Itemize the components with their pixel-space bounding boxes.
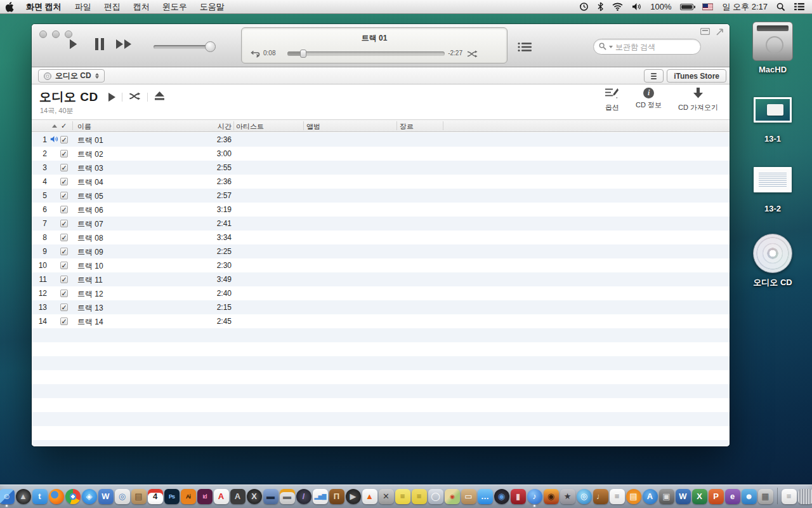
dock-app-screen-sharing[interactable]: ▣ [659,489,674,504]
column-artist[interactable]: 아티스트 [236,122,264,131]
dock-app-acrobat-pro[interactable]: A [230,489,246,504]
desktop-icon-machd[interactable]: MacHD [738,22,808,74]
dock-app-vlc[interactable]: ▲ [362,489,377,504]
dock-app-documents[interactable]: ≡ [782,489,797,504]
media-source-selector[interactable]: 오디오 CD [38,69,105,83]
track-checkbox[interactable]: ✓ [60,150,68,157]
zoom-button[interactable] [65,30,72,38]
cd-import-button[interactable]: CD 가져오기 [678,88,718,112]
up-next-list-icon[interactable] [518,42,532,55]
bluetooth-icon[interactable] [598,2,603,11]
track-checkbox[interactable]: ✓ [60,178,68,185]
dock-app-itunes[interactable]: ♪ [527,489,542,504]
dock-app-maps[interactable]: ◉ [445,489,460,504]
pause-button[interactable] [95,38,105,50]
dock-app-quicktime[interactable]: ▶ [346,489,361,504]
table-row-track-1[interactable]: 1✓트랙 012:36 [32,133,730,147]
volume-slider[interactable] [154,45,214,49]
dock-app-entourage[interactable]: e [725,489,740,504]
play-album-button[interactable] [108,93,115,102]
dock-app-app-store[interactable]: A [643,489,658,504]
column-checkbox-header[interactable]: ✓ [61,122,67,130]
spotlight-icon[interactable] [776,3,785,11]
search-scope-caret[interactable] [609,46,613,48]
dock-app-messages[interactable]: … [478,489,493,504]
dock-app-powerpoint[interactable]: P [709,489,724,504]
shuffle-album-icon[interactable] [129,91,141,103]
dock-app-xquartz[interactable]: X [247,489,262,504]
dock-app-photoshop[interactable]: Ps [164,489,180,504]
track-checkbox[interactable]: ✓ [60,318,68,325]
dock-app-word[interactable]: W [676,489,691,504]
table-row-track-8[interactable]: 8✓트랙 083:34 [32,231,730,244]
search-input[interactable] [615,43,691,51]
desktop-icon-audio-cd[interactable]: 오디오 CD [738,234,808,288]
table-row-track-9[interactable]: 9✓트랙 092:25 [32,244,730,258]
view-options-button[interactable] [644,69,664,83]
fullscreen-icon[interactable] [716,28,724,36]
table-row-track-7[interactable]: 7✓트랙 072:41 [32,217,730,231]
track-checkbox[interactable]: ✓ [60,304,68,311]
desktop-icon-13-2[interactable]: 13-2 [738,167,808,213]
dock-app-ink-app[interactable]: / [296,489,311,504]
shuffle-icon[interactable] [467,49,478,60]
menu-item-1[interactable]: 파일 [69,0,98,14]
table-row-track-13[interactable]: 13✓트랙 132:15 [32,300,730,314]
track-checkbox[interactable]: ✓ [60,248,68,255]
dock-app-indesign[interactable]: Id [197,489,213,504]
input-language-flag-icon[interactable] [702,3,713,10]
dock-app-notes[interactable]: ≡ [412,489,427,504]
progress-knob[interactable] [300,50,306,58]
track-checkbox[interactable]: ✓ [60,164,68,171]
dock-app-twitter[interactable]: t [32,489,48,504]
track-checkbox[interactable]: ✓ [60,234,68,241]
table-row-track-3[interactable]: 3✓트랙 032:55 [32,161,730,175]
column-name[interactable]: 이름 [77,122,91,131]
dock-app-acrobat[interactable]: A [214,489,229,504]
sort-order-icon[interactable] [52,124,57,128]
battery-percent[interactable]: 100% [650,2,671,11]
track-checkbox[interactable]: ✓ [60,276,68,283]
track-checkbox[interactable]: ✓ [60,220,68,227]
table-row-track-4[interactable]: 4✓트랙 042:36 [32,175,730,189]
menu-item-5[interactable]: 도움말 [193,0,231,14]
desktop-icon-13-1[interactable]: 13-1 [738,97,808,144]
repeat-icon[interactable] [250,49,260,60]
dock-app-illustrator[interactable]: Ai [181,489,196,504]
dock-app-iphoto[interactable]: ◉ [544,489,559,504]
table-row-track-11[interactable]: 11✓트랙 113:49 [32,272,730,286]
dock-app-firefox[interactable] [49,489,64,504]
table-row-track-2[interactable]: 2✓트랙 023:00 [32,147,730,161]
close-button[interactable] [39,30,47,38]
itunes-store-button[interactable]: iTunes Store [667,69,726,83]
dock-app-numbers[interactable]: ▂▅▇ [313,489,328,504]
wifi-icon[interactable] [612,3,623,11]
dock-app-safari[interactable]: ◈ [82,489,97,504]
dock-app-wunderlist[interactable]: W [98,489,114,504]
track-checkbox[interactable]: ✓ [60,262,68,269]
dock-app-textedit[interactable]: ≡ [610,489,625,504]
table-row-track-6[interactable]: 6✓트랙 063:19 [32,203,730,217]
progress-bar[interactable] [287,51,445,56]
track-checkbox[interactable]: ✓ [60,136,68,144]
column-album[interactable]: 앨범 [306,122,320,131]
dock-app-preview[interactable]: ◎ [115,489,130,504]
dock-app-stickies[interactable]: ≡ [395,489,410,504]
dock-app-photo-booth[interactable]: ◉ [494,489,509,504]
time-machine-icon[interactable] [579,2,589,11]
dock-app-toaster[interactable]: ▬ [280,489,295,504]
dock-app-garageband[interactable]: ♩ [593,489,608,504]
dock-app-ibooks[interactable]: ▤ [626,489,641,504]
table-row-track-14[interactable]: 14✓트랙 142:45 [32,314,730,328]
track-checkbox[interactable]: ✓ [60,206,68,213]
cd-info-button[interactable]: i CD 정보 [636,88,662,112]
dock-app-trash[interactable] [798,489,812,504]
dock-app-organizer[interactable]: ▦ [758,489,773,504]
apple-menu[interactable] [0,2,19,12]
volume-knob[interactable] [205,41,216,52]
dock-app-chrome[interactable] [65,489,81,504]
miniplayer-icon[interactable] [700,28,710,35]
volume-icon[interactable] [632,3,641,11]
menu-item-0[interactable]: 화면 캡처 [19,0,69,14]
dock-app-front-row[interactable]: ▮ [511,489,526,504]
